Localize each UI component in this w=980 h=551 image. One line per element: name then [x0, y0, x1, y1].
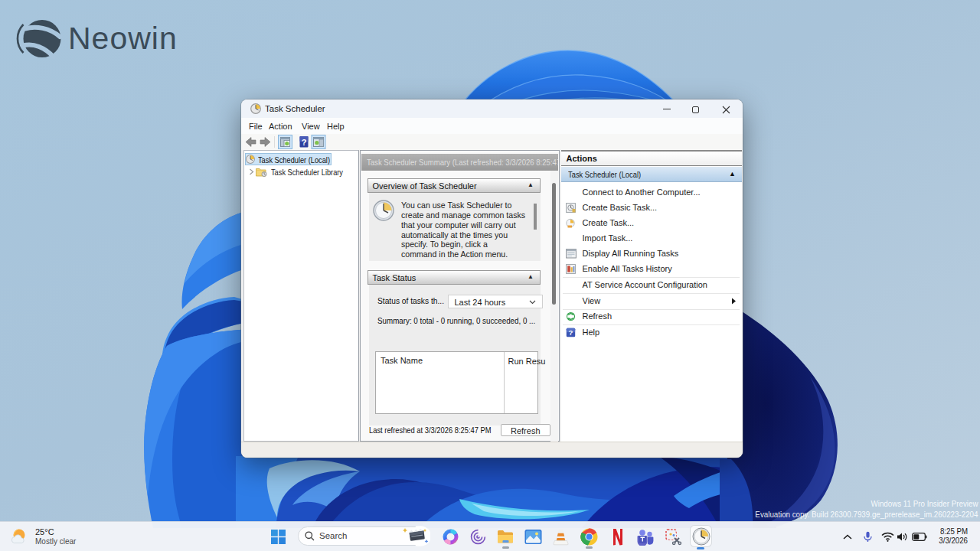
svg-text:?: ? — [302, 138, 307, 147]
svg-text:?: ? — [569, 328, 573, 337]
